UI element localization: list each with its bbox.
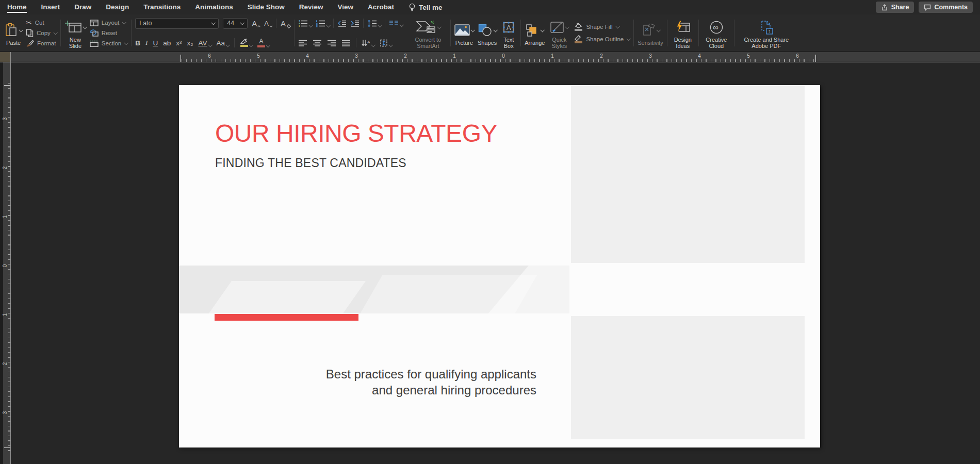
share-button[interactable]: Share <box>876 2 914 13</box>
creative-cloud-group: ∞ Creative Cloud <box>699 16 734 50</box>
shape-fill-button[interactable]: Shape Fill <box>574 23 630 31</box>
tab-view[interactable]: View <box>337 0 353 14</box>
line-spacing-button[interactable] <box>367 20 381 27</box>
quick-styles-button[interactable]: Quick Styles <box>548 18 570 49</box>
font-family-select[interactable]: Lato <box>135 18 219 29</box>
slide: OUR HIRING STRATEGY FINDING THE BEST CAN… <box>179 85 820 448</box>
ruler-number: 3 <box>2 118 8 121</box>
tab-transitions[interactable]: Transitions <box>143 0 181 14</box>
image-placeholder-top[interactable] <box>571 86 805 263</box>
numbering-button[interactable] <box>316 20 330 27</box>
convert-smartart-label: Convert to SmartArt <box>410 37 447 49</box>
increase-font-button[interactable]: A <box>252 19 260 28</box>
image-strip-shape <box>188 281 366 313</box>
layout-label: Layout <box>102 20 120 26</box>
align-right-button[interactable] <box>327 40 336 46</box>
increase-indent-button[interactable] <box>350 20 360 27</box>
format-painter-button[interactable]: Format <box>26 39 57 47</box>
svg-text:∞: ∞ <box>713 23 718 31</box>
reset-button[interactable]: Reset <box>90 29 127 37</box>
text-direction-button[interactable]: A <box>362 39 374 47</box>
sensitivity-button[interactable]: Sensitivity <box>638 21 663 46</box>
comments-button[interactable]: Comments <box>919 2 973 13</box>
tab-slide-show[interactable]: Slide Show <box>248 0 285 14</box>
tab-acrobat[interactable]: Acrobat <box>368 0 394 14</box>
creative-cloud-button[interactable]: ∞ Creative Cloud <box>703 18 730 49</box>
shapes-chevron-icon <box>493 28 497 32</box>
copy-button[interactable]: Copy <box>26 29 57 37</box>
slide-body-text[interactable]: Best practices for qualifying applicants… <box>326 366 536 398</box>
justify-button[interactable] <box>341 40 351 46</box>
design-ideas-label: Design Ideas <box>671 37 695 49</box>
columns-button[interactable] <box>389 20 403 27</box>
mini-divider <box>363 19 364 28</box>
bullets-button[interactable] <box>298 20 312 27</box>
tab-review[interactable]: Review <box>299 0 323 14</box>
subscript-button[interactable]: x₂ <box>187 39 193 47</box>
accent-bar[interactable] <box>215 314 358 321</box>
font-color-chevron-icon <box>266 43 270 47</box>
new-slide-button[interactable]: New Slide <box>64 18 86 49</box>
decrease-indent-button[interactable] <box>337 20 347 27</box>
strikethrough-button[interactable]: ab <box>163 39 171 47</box>
align-center-button[interactable] <box>313 40 322 46</box>
image-placeholder-bottom[interactable] <box>571 316 805 439</box>
decrease-font-button[interactable]: A <box>264 20 272 27</box>
increase-caret-icon <box>257 25 260 28</box>
decrease-caret-icon <box>270 24 273 27</box>
font-color-bar <box>257 45 265 47</box>
slide-title[interactable]: OUR HIRING STRATEGY <box>215 119 497 147</box>
slide-subtitle[interactable]: FINDING THE BEST CANDIDATES <box>215 156 406 170</box>
arrange-button[interactable]: Arrange <box>525 21 545 46</box>
section-button[interactable]: Section <box>90 39 127 47</box>
tab-animations[interactable]: Animations <box>195 0 233 14</box>
shapes-button[interactable]: Shapes <box>478 21 497 46</box>
tell-me[interactable]: Tell me <box>409 3 443 12</box>
font-size-select[interactable]: 44 <box>223 18 248 29</box>
align-left-icon <box>298 40 307 46</box>
text-box-button[interactable]: A Text Box <box>500 18 517 49</box>
highlight-color-button[interactable] <box>240 39 252 47</box>
align-text-button[interactable] <box>380 39 392 47</box>
shape-fill-color-bar <box>575 29 582 31</box>
layout-chevron-icon <box>122 20 126 24</box>
tab-insert[interactable]: Insert <box>41 0 60 14</box>
ruler-number: 2 <box>2 362 8 366</box>
underline-button[interactable]: U <box>153 39 158 47</box>
character-spacing-button[interactable]: AV <box>199 39 211 47</box>
section-icon <box>90 40 99 47</box>
change-case-button[interactable]: Aa <box>217 39 230 47</box>
bullets-chevron-icon <box>308 23 313 27</box>
reset-label: Reset <box>102 30 117 36</box>
shape-outline-button[interactable]: Shape Outline <box>574 35 630 43</box>
tab-design[interactable]: Design <box>106 0 129 14</box>
decrease-font-glyph: A <box>264 20 269 27</box>
align-left-button[interactable] <box>298 40 307 46</box>
design-ideas-button[interactable]: Design Ideas <box>671 18 695 49</box>
clear-formatting-button[interactable]: A <box>281 19 290 28</box>
sensitivity-group: Sensitivity <box>634 16 667 50</box>
paste-chevron-icon <box>19 28 23 32</box>
font-group: Lato 44 A A <box>132 16 294 50</box>
image-strip[interactable] <box>179 266 569 313</box>
font-color-button[interactable]: A <box>257 38 269 47</box>
paste-button[interactable]: Paste <box>5 21 22 46</box>
superscript-button[interactable]: x² <box>176 39 182 47</box>
svg-text:↑: ↑ <box>768 28 771 34</box>
sensitivity-icon <box>641 24 656 37</box>
cut-button[interactable]: ✂ Cut <box>26 19 57 27</box>
text-direction-icon: A <box>362 39 370 47</box>
bold-button[interactable]: B <box>135 39 140 47</box>
new-slide-icon <box>64 20 82 34</box>
create-share-pdf-button[interactable]: ↑ Create and Share Adobe PDF <box>738 18 795 49</box>
convert-smartart-button[interactable]: Convert to SmartArt <box>410 18 447 49</box>
layout-button[interactable]: Layout <box>90 19 127 27</box>
horizontal-ruler-ticks <box>182 59 816 62</box>
shape-outline-label: Shape Outline <box>586 36 624 42</box>
tab-draw[interactable]: Draw <box>74 0 91 14</box>
vertical-ruler-ticks <box>8 83 10 452</box>
italic-button[interactable]: I <box>145 39 148 47</box>
copy-icon <box>26 29 34 37</box>
tab-home[interactable]: Home <box>7 0 27 14</box>
picture-button[interactable]: Picture <box>454 21 474 46</box>
